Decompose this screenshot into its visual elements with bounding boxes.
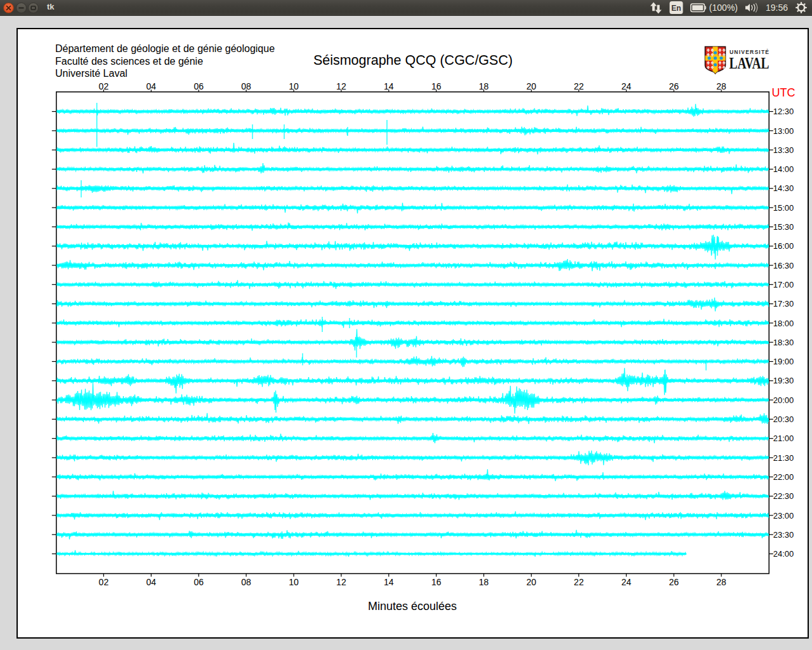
svg-text:08: 08 — [241, 577, 251, 587]
svg-text:12: 12 — [336, 81, 346, 91]
svg-text:20:30: 20:30 — [773, 415, 794, 424]
svg-text:17:30: 17:30 — [773, 299, 794, 308]
svg-text:06: 06 — [193, 81, 204, 91]
svg-text:13:30: 13:30 — [773, 145, 794, 155]
svg-text:21:30: 21:30 — [773, 453, 794, 463]
svg-text:28: 28 — [716, 577, 726, 587]
svg-text:24: 24 — [622, 577, 632, 587]
svg-text:12: 12 — [336, 577, 346, 587]
svg-text:14:30: 14:30 — [773, 183, 794, 193]
svg-text:22:00: 22:00 — [773, 472, 794, 482]
svg-text:26: 26 — [669, 577, 679, 587]
svg-text:14:00: 14:00 — [773, 164, 794, 174]
svg-text:28: 28 — [716, 81, 726, 91]
svg-text:06: 06 — [193, 577, 204, 587]
svg-text:08: 08 — [241, 81, 251, 91]
svg-text:Minutes écoulées: Minutes écoulées — [368, 600, 457, 613]
svg-text:19:00: 19:00 — [773, 357, 794, 366]
svg-text:21:00: 21:00 — [773, 434, 794, 443]
svg-text:18:00: 18:00 — [773, 319, 794, 328]
svg-text:04: 04 — [147, 81, 157, 91]
svg-text:04: 04 — [147, 577, 157, 587]
svg-text:14: 14 — [384, 577, 394, 587]
svg-text:16:00: 16:00 — [773, 241, 794, 251]
svg-text:18: 18 — [479, 577, 489, 587]
svg-text:10: 10 — [289, 81, 299, 91]
svg-text:12:30: 12:30 — [773, 107, 794, 116]
svg-text:14: 14 — [384, 81, 394, 91]
svg-text:23:00: 23:00 — [773, 511, 794, 521]
svg-text:15:30: 15:30 — [773, 222, 794, 232]
svg-text:16: 16 — [431, 81, 442, 91]
svg-text:02: 02 — [99, 81, 109, 91]
svg-text:18: 18 — [479, 81, 489, 91]
svg-text:10: 10 — [289, 577, 299, 587]
svg-text:20: 20 — [527, 81, 537, 91]
svg-text:24:00: 24:00 — [773, 549, 794, 559]
svg-text:16:30: 16:30 — [773, 261, 794, 270]
svg-text:02: 02 — [99, 577, 109, 587]
svg-text:17:00: 17:00 — [773, 280, 794, 289]
svg-text:22: 22 — [574, 577, 584, 587]
svg-text:22: 22 — [574, 81, 584, 91]
svg-text:20:00: 20:00 — [773, 395, 794, 405]
svg-text:26: 26 — [669, 81, 679, 91]
svg-text:13:00: 13:00 — [773, 126, 794, 136]
svg-text:22:30: 22:30 — [773, 491, 794, 501]
svg-text:19:30: 19:30 — [773, 376, 794, 385]
svg-text:24: 24 — [622, 81, 632, 91]
svg-text:15:00: 15:00 — [773, 203, 794, 213]
svg-text:20: 20 — [527, 577, 537, 587]
svg-text:16: 16 — [431, 577, 442, 587]
svg-text:23:30: 23:30 — [773, 530, 794, 540]
svg-text:UTC: UTC — [772, 86, 796, 99]
svg-text:18:30: 18:30 — [773, 338, 794, 347]
